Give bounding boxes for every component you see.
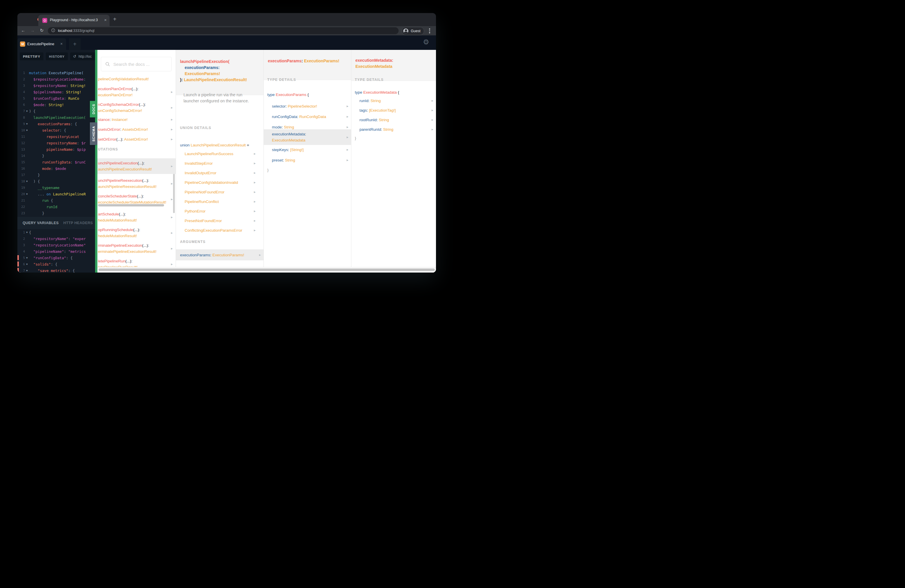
doc-field-row[interactable]: ecutionPlanOrError(...):ecutionPlanOrErr… <box>97 84 176 100</box>
union-member-row[interactable]: ConflictingExecutionParamsError▶ <box>176 227 264 234</box>
doc-field-row[interactable]: opRunningSchedule(...):heduleMutationRes… <box>97 225 176 241</box>
doc-field-row[interactable]: parentRunId: String▶ <box>351 126 436 133</box>
variables-editor-lines[interactable]: 1▼{2 "repositoryName": "exper3 "reposito… <box>17 229 95 273</box>
editor-line: 8 launchPipelineExecution( <box>17 114 95 121</box>
editor-line: 6▼ "solids": { <box>17 261 95 267</box>
section-header: UNION DETAILS <box>176 126 264 132</box>
chevron-right-icon: ▶ <box>254 172 256 174</box>
editor-line: 10▼ selector: { <box>17 127 95 133</box>
mutation-badge: M <box>20 41 25 47</box>
doc-field-row[interactable]: rminatePipelineExecution(...):erminatePi… <box>97 241 176 256</box>
doc-field-row[interactable]: setOrError(...): AssetOrError!▶ <box>97 136 176 143</box>
session-close-icon[interactable]: × <box>60 41 63 46</box>
doc-field-row[interactable]: runConfigData: RunConfigData▶ <box>264 113 351 120</box>
site-info-icon[interactable] <box>51 28 55 33</box>
editor-line: 2 "repositoryName": "exper <box>17 235 95 242</box>
tab-docs[interactable]: DOCS <box>90 101 97 118</box>
chevron-right-icon: ▶ <box>254 162 256 165</box>
browser-menu-icon[interactable] <box>429 29 430 34</box>
new-tab-icon[interactable]: + <box>113 16 116 22</box>
union-member-row[interactable]: PresetNotFoundError▶ <box>176 217 264 224</box>
fold-arrow-icon: ▼ <box>25 231 29 234</box>
doc-field-row[interactable]: unchPipelineExecution(...):aunchPipeline… <box>97 158 176 174</box>
forward-icon[interactable]: → <box>30 28 35 33</box>
browser-tab[interactable]: Playground - http://localhost:3 × <box>38 15 110 26</box>
editor-line: 7▼ "save_metrics": { <box>17 267 95 273</box>
union-member-row[interactable]: PythonError▶ <box>176 208 264 215</box>
doc-field-row[interactable]: letePipelineRun(...):letePipelineRunResu… <box>97 256 176 267</box>
editor-line: 6 $mode: String! <box>17 102 95 108</box>
query-editor-pane[interactable]: PRETTIFY HISTORY ↺ http://loc 1mutation … <box>17 50 95 273</box>
doc-field-row[interactable]: stance: Instance!▶ <box>97 116 176 123</box>
endpoint-url-box[interactable]: ↺ http://loc <box>70 52 95 60</box>
settings-gear-icon[interactable]: ⚙ <box>423 38 429 46</box>
editor-line: 3 $repositoryName: String! <box>17 83 95 89</box>
docs-resize-strip[interactable] <box>95 50 97 273</box>
chevron-right-icon: ▶ <box>347 148 348 151</box>
argument-row[interactable]: executionParams: ExecutionParams!▶ <box>176 250 264 261</box>
tab-close-icon[interactable]: × <box>104 17 107 22</box>
chevron-right-icon: ▶ <box>171 128 173 131</box>
union-member-row[interactable]: PipelineConfigValidationInvalid▶ <box>176 179 264 186</box>
tab-http-headers[interactable]: HTTP HEADERS <box>64 221 93 225</box>
docs-column-root: pelineConfigValidationResult!ecutionPlan… <box>97 50 176 267</box>
doc-field-row[interactable]: tags: [ExecutionTag!]▶ <box>351 107 436 114</box>
doc-field-row[interactable]: stepKeys: [String!]▶ <box>264 146 351 153</box>
reload-icon[interactable]: ↻ <box>39 28 44 33</box>
add-session-icon[interactable]: + <box>69 38 81 50</box>
union-member-row[interactable]: InvalidStepError▶ <box>176 160 264 167</box>
editor-line: 7▼) { <box>17 108 95 114</box>
session-tab-title: ExecutePipeline <box>27 42 54 46</box>
chevron-right-icon: ▶ <box>347 115 348 118</box>
union-member-row[interactable]: InvalidOutputError▶ <box>176 169 264 176</box>
editor-line: 13 pipelineName: $pip <box>17 146 95 153</box>
back-icon[interactable]: ← <box>20 28 26 33</box>
chevron-right-icon: ▶ <box>171 183 173 185</box>
session-tab[interactable]: M ExecutePipeline × <box>17 38 66 50</box>
fold-arrow-icon: ▼ <box>25 129 29 132</box>
doc-field-row[interactable]: unchPipelineReexecution(...):aunchPipeli… <box>97 176 176 191</box>
docs-column-type: executionParams: ExecutionParams!TYPE DE… <box>264 50 351 267</box>
query-editor-lines[interactable]: 1mutation ExecutePipeline(2 $repositoryL… <box>17 70 95 216</box>
fold-arrow-icon: ▼ <box>25 110 29 113</box>
error-marker <box>17 262 19 267</box>
doc-header-block: executionParams: ExecutionParams! <box>264 50 351 80</box>
union-member-row[interactable]: PipelineRunConflict▶ <box>176 198 264 205</box>
editor-line: 18▼ ) { <box>17 178 95 184</box>
docs-explorer: pelineConfigValidationResult!ecutionPlan… <box>97 50 436 273</box>
endpoint-url-text: http://loc <box>79 54 92 59</box>
chevron-right-icon: ▶ <box>171 118 173 121</box>
chevron-right-icon: ▶ <box>171 198 173 201</box>
error-marker <box>17 268 19 273</box>
docs-horizontal-scrollbar[interactable] <box>97 267 436 273</box>
variables-tab-bar: QUERY VARIABLES HTTP HEADERS <box>17 217 95 229</box>
type-close-brace: } <box>267 167 269 173</box>
search-input[interactable] <box>113 62 171 67</box>
section-header: ARGUMENTS <box>176 240 264 246</box>
docs-search-box[interactable] <box>101 57 171 72</box>
profile-button[interactable]: Guest <box>402 27 424 35</box>
doc-field-row[interactable]: rootRunId: String▶ <box>351 116 436 123</box>
doc-field-row[interactable]: ssetsOrError: AssetsOrError!▶ <box>97 126 176 133</box>
tab-schema[interactable]: SCHEMA <box>90 122 97 145</box>
chevron-right-icon: ▶ <box>171 263 173 265</box>
editor-line: 1mutation ExecutePipeline( <box>17 70 95 76</box>
doc-field-row[interactable]: runId: String▶ <box>351 97 436 104</box>
editor-line: 19 __typename <box>17 184 95 191</box>
chevron-right-icon: ▶ <box>347 136 348 138</box>
prettify-button[interactable]: PRETTIFY <box>20 52 43 60</box>
url-field[interactable]: localhost:3333/graphql <box>48 27 399 34</box>
tab-query-variables[interactable]: QUERY VARIABLES <box>22 221 59 225</box>
doc-field-row[interactable]: nConfigSchemaOrError(...):unConfigSchema… <box>97 100 176 115</box>
chevron-right-icon: ▶ <box>254 191 256 193</box>
doc-field-row[interactable]: preset: String▶ <box>264 157 351 164</box>
doc-field-row[interactable]: executionMetadata:ExecutionMetadata▶ <box>264 129 351 145</box>
inner-horizontal-scrollbar[interactable] <box>98 204 164 207</box>
doc-field-row[interactable]: artSchedule(...):heduleMutationResult!▶ <box>97 209 176 225</box>
history-button[interactable]: HISTORY <box>46 52 68 60</box>
union-member-row[interactable]: PipelineNotFoundError▶ <box>176 189 264 195</box>
doc-field-row[interactable]: selector: PipelineSelector!▶ <box>264 103 351 110</box>
editor-line: 5 $runConfigData: RunCo <box>17 95 95 102</box>
doc-field-row[interactable]: pelineConfigValidationResult! <box>97 75 176 83</box>
union-member-row[interactable]: LaunchPipelineRunSuccess▶ <box>176 150 264 157</box>
